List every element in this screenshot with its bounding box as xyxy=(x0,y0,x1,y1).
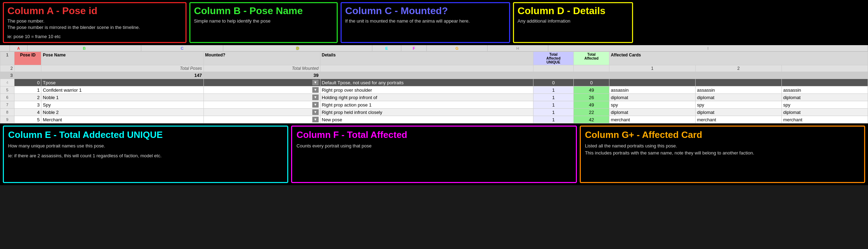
row-num-2: 2 xyxy=(0,65,14,72)
cell-affected-1 xyxy=(609,79,695,86)
cell-posename: Noble 2 xyxy=(41,109,203,116)
cell-affected-2: spy xyxy=(695,101,781,109)
banner-col-g: Column G+ - Affected Card Listed all the… xyxy=(580,126,865,183)
cell-affected-2: diplomat xyxy=(695,109,781,116)
table-row: 7 3 Spy ▼ Right prop action pose 1 1 49 … xyxy=(0,101,868,109)
cell-affected-2: merchant xyxy=(695,116,781,123)
sub-header-row: 3 147 39 xyxy=(0,72,868,79)
cell-id: 4 xyxy=(14,109,41,116)
cell-details: Right prop held infront closely xyxy=(320,109,533,116)
cell-affected-3 xyxy=(781,79,868,86)
table-row: 8 4 Noble 2 ▼ Right prop held infront cl… xyxy=(0,109,868,116)
spreadsheet: A B C D E F G H I 1 Pose ID Pose xyxy=(0,45,868,123)
table-row: 9 5 Merchant ▼ New pose 1 42 merchant me… xyxy=(0,116,868,123)
cell-total-affected: 26 xyxy=(574,94,609,101)
sub-mounted-value: 39 xyxy=(203,72,320,79)
totals-poses-label: Total Poses xyxy=(41,65,203,72)
totals-empty-d xyxy=(320,65,533,72)
cell-affected-3: diplomat xyxy=(781,94,868,101)
cell-posename: Noble 1 xyxy=(41,94,203,101)
cell-total-unique: 1 xyxy=(533,101,574,109)
row-num-3: 3 xyxy=(0,72,14,79)
totals-empty-i xyxy=(781,65,868,72)
sub-empty-f xyxy=(574,72,609,79)
cell-details: New pose xyxy=(320,116,533,123)
dropdown-arrow[interactable]: ▼ xyxy=(312,95,319,100)
cell-id: 0 xyxy=(14,79,41,86)
row-num-1: 1 xyxy=(0,52,14,65)
col-letter-a: A xyxy=(10,45,28,51)
banner-f-title: Column F - Total Affected xyxy=(296,129,571,140)
table-row: 4 0 Tpose ▼ Default Tpose, not used for … xyxy=(0,79,868,86)
totals-empty-e xyxy=(533,65,574,72)
header-pose-id: Pose ID xyxy=(14,52,41,65)
totals-empty-a xyxy=(14,65,41,72)
totals-empty-f xyxy=(574,65,609,72)
cell-id: 2 xyxy=(14,94,41,101)
totals-col1: 1 xyxy=(609,65,695,72)
banner-f-desc1: Counts every portrait using that pose xyxy=(296,142,571,150)
dropdown-arrow[interactable]: ▼ xyxy=(312,87,319,93)
cell-details: Holding right prop infront of xyxy=(320,94,533,101)
cell-details: Default Tpose, not used for any portrait… xyxy=(320,79,533,86)
row-num-9: 9 xyxy=(0,116,14,123)
sub-empty-a xyxy=(14,72,41,79)
col-letter-i: I xyxy=(548,45,868,51)
dropdown-arrow[interactable]: ▼ xyxy=(312,102,319,108)
banner-a-title: Column A - Pose id xyxy=(7,5,182,17)
row-num-5: 5 xyxy=(0,86,14,94)
cell-total-affected: 42 xyxy=(574,116,609,123)
cell-affected-1: diplomat xyxy=(609,94,695,101)
col-letter-b: B xyxy=(28,45,141,51)
table-row: 6 2 Noble 1 ▼ Holding right prop infront… xyxy=(0,94,868,101)
cell-posename: Confident warrior 1 xyxy=(41,86,203,94)
cell-mounted: ▼ xyxy=(203,94,320,101)
header-pose-name: Pose Name xyxy=(41,52,203,65)
cell-affected-1: assassin xyxy=(609,86,695,94)
banner-col-a: Column A - Pose id The pose number. The … xyxy=(3,2,187,43)
sub-empty-e xyxy=(533,72,574,79)
col-letter-h: H xyxy=(488,45,548,51)
sub-empty-h xyxy=(695,72,781,79)
cell-total-affected: 0 xyxy=(574,79,609,86)
cell-posename: Tpose xyxy=(41,79,203,86)
banner-a-desc1: The pose number. xyxy=(7,18,182,24)
sub-empty-i xyxy=(781,72,868,79)
col-letter-e: E xyxy=(372,45,401,51)
banner-a-desc4: ie: pose 10 = frame 10 etc xyxy=(7,34,182,40)
banner-col-c: Column C - Mounted? If the unit is mount… xyxy=(341,2,510,43)
totals-mounted-label: Total Mounted xyxy=(203,65,320,72)
dropdown-arrow[interactable]: ▼ xyxy=(312,80,319,85)
cell-total-unique: 1 xyxy=(533,86,574,94)
banner-col-e: Column E - Total Addected UNIQUE How man… xyxy=(3,126,288,183)
row-num-4: 4 xyxy=(0,79,14,86)
cell-affected-3: merchant xyxy=(781,116,868,123)
header-total-unique: TotalAffectedUNIQUE xyxy=(533,52,574,65)
cell-id: 5 xyxy=(14,116,41,123)
table-row: 5 1 Confident warrior 1 ▼ Right prop ove… xyxy=(0,86,868,94)
cell-affected-2: diplomat xyxy=(695,94,781,101)
cell-total-unique: 0 xyxy=(533,79,574,86)
banner-d-title: Column D - Details xyxy=(518,5,628,17)
col-letter-f: F xyxy=(401,45,427,51)
cell-mounted: ▼ xyxy=(203,79,320,86)
dropdown-arrow[interactable]: ▼ xyxy=(312,109,319,115)
header-total-affected: TotalAffected xyxy=(574,52,609,65)
dropdown-arrow[interactable]: ▼ xyxy=(312,117,319,122)
cell-affected-3: diplomat xyxy=(781,109,868,116)
cell-affected-1: spy xyxy=(609,101,695,109)
cell-total-unique: 1 xyxy=(533,116,574,123)
totals-row: 2 Total Poses Total Mounted 1 2 xyxy=(0,65,868,72)
banner-c-desc1: If the unit is mounted the name of the a… xyxy=(345,18,506,24)
cell-id: 3 xyxy=(14,101,41,109)
cell-posename: Spy xyxy=(41,101,203,109)
header-mounted: Mounted? xyxy=(203,52,320,65)
cell-total-unique: 1 xyxy=(533,94,574,101)
top-banner: Column A - Pose id The pose number. The … xyxy=(0,0,868,45)
sub-poses-value: 147 xyxy=(41,72,203,79)
cell-details: Right prop over shoulder xyxy=(320,86,533,94)
banner-col-d: Column D - Details Any additional inform… xyxy=(513,2,633,43)
sub-empty-d xyxy=(320,72,533,79)
bottom-banner: Column E - Total Addected UNIQUE How man… xyxy=(0,123,868,185)
cell-mounted: ▼ xyxy=(203,116,320,123)
